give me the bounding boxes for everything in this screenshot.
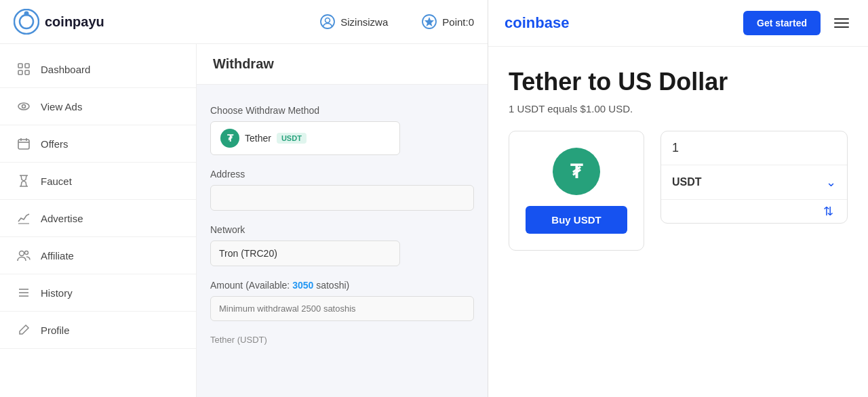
svg-point-2 bbox=[24, 12, 29, 16]
tether-name: Tether bbox=[245, 133, 271, 144]
sidebar-item-advertise[interactable]: Advertise bbox=[0, 200, 196, 237]
method-field: Choose Withdraw Method ₮ Tether USDT bbox=[210, 105, 474, 155]
converter-amount: 1 bbox=[672, 141, 836, 155]
logo-area: coinpayu bbox=[14, 9, 104, 35]
grid-icon bbox=[16, 62, 31, 77]
network-label: Network bbox=[210, 224, 474, 235]
page-title: Withdraw bbox=[197, 44, 488, 85]
svg-rect-7 bbox=[18, 64, 22, 68]
coinbase-header: coinbase Get started bbox=[488, 0, 868, 47]
points-icon bbox=[422, 14, 437, 29]
coinbase-logo: coinbase bbox=[505, 14, 569, 32]
chart-icon bbox=[16, 211, 31, 226]
username: Sizinsizwa bbox=[340, 16, 388, 28]
logo-text: coinpayu bbox=[45, 14, 104, 30]
withdraw-form: Choose Withdraw Method ₮ Tether USDT Add… bbox=[210, 98, 474, 345]
menu-line-1 bbox=[834, 18, 849, 20]
tether-note: Tether (USDT) bbox=[210, 335, 474, 345]
calendar-icon bbox=[16, 136, 31, 151]
svg-point-1 bbox=[20, 15, 33, 28]
sidebar-item-affiliate[interactable]: Affiliate bbox=[0, 237, 196, 274]
sidebar-item-profile[interactable]: Profile bbox=[0, 312, 196, 349]
svg-point-3 bbox=[321, 15, 334, 28]
svg-marker-6 bbox=[425, 17, 434, 26]
usdt-icon-symbol: ₮ bbox=[570, 161, 583, 183]
amount-field: Amount (Available: 3050 satoshi) bbox=[210, 280, 474, 321]
svg-point-19 bbox=[25, 251, 28, 255]
address-label: Address bbox=[210, 169, 474, 180]
tether-selector[interactable]: ₮ Tether USDT bbox=[210, 121, 400, 155]
network-field: Network Tron (TRC20) bbox=[210, 224, 474, 266]
coinpayu-logo-icon bbox=[14, 9, 39, 35]
user-icon bbox=[320, 14, 335, 29]
svg-rect-8 bbox=[25, 64, 29, 68]
svg-rect-10 bbox=[25, 70, 29, 75]
currency-label: USDT bbox=[672, 176, 818, 188]
sidebar-item-dashboard[interactable]: Dashboard bbox=[0, 51, 196, 88]
sidebar: Dashboard View Ads bbox=[0, 44, 197, 397]
sidebar-label-faucet: Faucet bbox=[41, 175, 72, 187]
content-area: Withdraw Choose Withdraw Method ₮ Tether… bbox=[197, 44, 488, 397]
sidebar-label-history: History bbox=[41, 287, 73, 299]
sidebar-item-offers[interactable]: Offers bbox=[0, 125, 196, 163]
usdt-badge: USDT bbox=[277, 133, 307, 144]
coinbase-content: Tether to US Dollar 1 USDT equals $1.00 … bbox=[488, 47, 868, 397]
swap-icon[interactable]: ⇅ bbox=[823, 204, 833, 219]
sidebar-label-dashboard: Dashboard bbox=[41, 64, 90, 75]
svg-point-11 bbox=[18, 103, 29, 110]
amount-label-text: Amount (Available: bbox=[210, 280, 290, 291]
converter-input-row: 1 bbox=[661, 131, 847, 165]
min-withdrawal-input[interactable] bbox=[210, 296, 474, 321]
hourglass-icon bbox=[16, 173, 31, 188]
pencil-icon bbox=[16, 322, 31, 337]
points-label: Point:0 bbox=[442, 16, 474, 28]
svg-point-18 bbox=[20, 251, 24, 256]
sidebar-label-offers: Offers bbox=[41, 138, 68, 150]
sidebar-item-history[interactable]: History bbox=[0, 274, 196, 312]
amount-unit: satoshi) bbox=[316, 280, 349, 291]
coinbase-title: Tether to US Dollar bbox=[509, 67, 848, 96]
address-input[interactable] bbox=[210, 185, 474, 211]
converter-select-row[interactable]: USDT ⌄ bbox=[661, 165, 847, 199]
chevron-down-icon: ⌄ bbox=[826, 175, 836, 190]
sidebar-label-profile: Profile bbox=[41, 325, 70, 336]
tether-logo: ₮ bbox=[220, 129, 239, 148]
usdt-icon: ₮ bbox=[553, 148, 600, 195]
header-user: Sizinsizwa bbox=[320, 14, 388, 29]
header-points: Point:0 bbox=[422, 14, 474, 29]
main-area: Dashboard View Ads bbox=[0, 44, 488, 397]
available-amount: 3050 bbox=[292, 280, 313, 291]
swap-icon-row: ⇅ bbox=[661, 199, 847, 223]
address-field: Address bbox=[210, 169, 474, 211]
converter-section: 1 USDT ⌄ ⇅ bbox=[660, 131, 848, 224]
sidebar-label-affiliate: Affiliate bbox=[41, 250, 74, 262]
header: coinpayu Sizinsizwa Point:0 bbox=[0, 0, 488, 44]
coinbase-actions: Get started bbox=[743, 11, 852, 35]
menu-line-2 bbox=[834, 22, 849, 24]
left-panel: coinpayu Sizinsizwa Point:0 bbox=[0, 0, 488, 397]
svg-rect-13 bbox=[18, 140, 29, 149]
sidebar-item-faucet[interactable]: Faucet bbox=[0, 163, 196, 200]
usdt-card: ₮ Buy USDT bbox=[509, 131, 644, 251]
sidebar-label-advertise: Advertise bbox=[41, 213, 83, 224]
svg-rect-9 bbox=[18, 70, 22, 75]
sidebar-item-view-ads[interactable]: View Ads bbox=[0, 88, 196, 125]
list-icon bbox=[16, 285, 31, 300]
network-value: Tron (TRC20) bbox=[210, 241, 400, 266]
coinbase-subtitle: 1 USDT equals $1.00 USD. bbox=[509, 103, 848, 114]
svg-point-4 bbox=[326, 18, 330, 23]
eye-icon bbox=[16, 99, 31, 114]
svg-point-12 bbox=[22, 105, 26, 108]
buy-usdt-button[interactable]: Buy USDT bbox=[526, 206, 627, 234]
sidebar-label-view-ads: View Ads bbox=[41, 101, 82, 112]
hamburger-menu-button[interactable] bbox=[831, 16, 852, 30]
people-icon bbox=[16, 248, 31, 263]
method-label: Choose Withdraw Method bbox=[210, 105, 474, 116]
menu-line-3 bbox=[834, 26, 849, 28]
amount-label: Amount (Available: 3050 satoshi) bbox=[210, 280, 474, 291]
right-panel: coinbase Get started Tether to US Dollar… bbox=[488, 0, 868, 397]
get-started-button[interactable]: Get started bbox=[743, 11, 821, 35]
